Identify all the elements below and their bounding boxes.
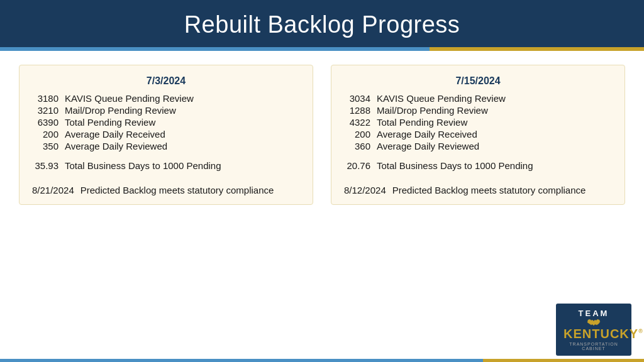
table-row: 3180KAVIS Queue Pending Review — [32, 93, 300, 104]
row-num: 350 — [32, 141, 65, 151]
card2-total-label: Total Business Days to 1000 Pending — [377, 160, 533, 171]
table-row: 360Average Daily Reviewed — [344, 141, 612, 151]
card2-compliance-date: 8/12/2024 — [344, 185, 392, 195]
row-num: 3180 — [32, 93, 65, 104]
card2-total-num: 20.76 — [344, 160, 377, 171]
row-label: Mail/Drop Pending Review — [65, 105, 176, 116]
card1-total-num: 35.93 — [32, 160, 65, 171]
row-num: 200 — [32, 129, 65, 140]
logo-sub: TRANSPORTATION CABINET — [564, 342, 624, 351]
table-row: 350Average Daily Reviewed — [32, 141, 300, 151]
card2-spacer — [344, 151, 612, 160]
row-label: KAVIS Queue Pending Review — [65, 93, 194, 104]
header: Rebuilt Backlog Progress — [0, 0, 644, 51]
row-label: KAVIS Queue Pending Review — [377, 93, 506, 104]
card1-total-label: Total Business Days to 1000 Pending — [65, 160, 221, 171]
footer-bar-blue — [0, 359, 483, 362]
card1-compliance-date: 8/21/2024 — [32, 185, 80, 195]
card-1: 7/3/2024 3180KAVIS Queue Pending Review3… — [19, 65, 313, 205]
row-label: Total Pending Review — [377, 117, 467, 128]
row-num: 3034 — [344, 93, 377, 104]
card1-spacer — [32, 151, 300, 160]
table-row: 200Average Daily Received — [32, 129, 300, 140]
card-2: 7/15/2024 3034KAVIS Queue Pending Review… — [331, 65, 625, 205]
row-label: Average Daily Received — [65, 129, 165, 140]
logo-team: TEAM — [564, 309, 624, 318]
row-label: Total Pending Review — [65, 117, 155, 128]
logo: TEAM KENTUCKY® TRANSPORTATION CABINET — [556, 304, 631, 356]
card2-date: 7/15/2024 — [344, 75, 612, 87]
logo-kentucky: KENTUCKY® — [564, 327, 624, 341]
card2-compliance: 8/12/2024 Predicted Backlog meets statut… — [344, 185, 612, 195]
card1-rows: 3180KAVIS Queue Pending Review3210Mail/D… — [32, 93, 300, 151]
row-num: 200 — [344, 129, 377, 140]
page-title: Rebuilt Backlog Progress — [184, 11, 460, 38]
table-row: 1288Mail/Drop Pending Review — [344, 105, 612, 116]
header-bar-blue — [0, 47, 430, 51]
row-label: Average Daily Reviewed — [377, 141, 479, 151]
table-row: 3034KAVIS Queue Pending Review — [344, 93, 612, 104]
table-row: 4322Total Pending Review — [344, 117, 612, 128]
row-label: Average Daily Reviewed — [65, 141, 167, 151]
row-num: 4322 — [344, 117, 377, 128]
table-row: 3210Mail/Drop Pending Review — [32, 105, 300, 116]
card1-compliance: 8/21/2024 Predicted Backlog meets statut… — [32, 185, 300, 195]
ky-state-icon — [587, 318, 601, 327]
footer — [0, 359, 644, 362]
row-label: Mail/Drop Pending Review — [377, 105, 488, 116]
table-row: 200Average Daily Received — [344, 129, 612, 140]
footer-bar-gold — [483, 359, 644, 362]
row-num: 360 — [344, 141, 377, 151]
card2-total: 20.76 Total Business Days to 1000 Pendin… — [344, 160, 612, 171]
main-content: 7/3/2024 3180KAVIS Queue Pending Review3… — [0, 51, 644, 211]
row-num: 6390 — [32, 117, 65, 128]
row-num: 1288 — [344, 105, 377, 116]
card1-date: 7/3/2024 — [32, 75, 300, 87]
card1-total: 35.93 Total Business Days to 1000 Pendin… — [32, 160, 300, 171]
card1-spacer2 — [32, 171, 300, 180]
card2-rows: 3034KAVIS Queue Pending Review1288Mail/D… — [344, 93, 612, 151]
row-num: 3210 — [32, 105, 65, 116]
header-bar-gold — [430, 47, 644, 51]
card2-spacer2 — [344, 171, 612, 180]
card1-compliance-label: Predicted Backlog meets statutory compli… — [80, 185, 274, 195]
table-row: 6390Total Pending Review — [32, 117, 300, 128]
card2-compliance-label: Predicted Backlog meets statutory compli… — [392, 185, 586, 195]
row-label: Average Daily Received — [377, 129, 477, 140]
